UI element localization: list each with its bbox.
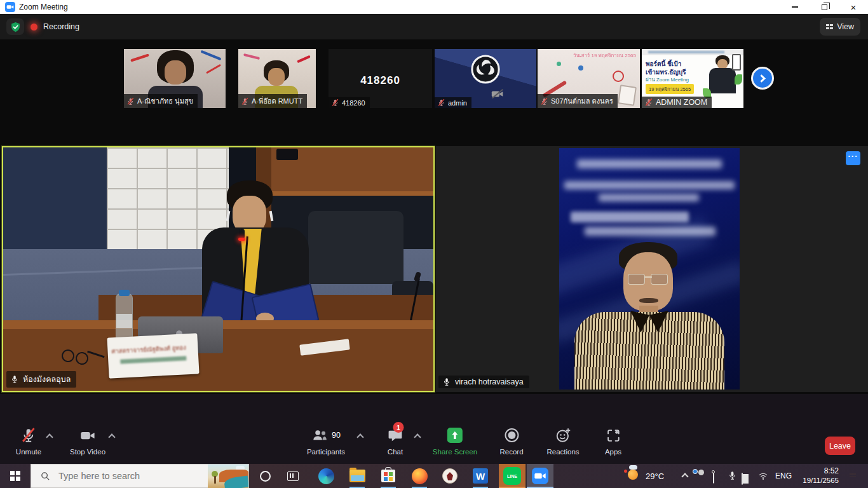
- restore-icon: [822, 4, 827, 10]
- date-label: 19/11/2565: [794, 476, 839, 485]
- minimize-button[interactable]: [780, 0, 810, 14]
- recording-label: Recording: [43, 22, 79, 31]
- chevron-right-icon: [757, 74, 766, 83]
- garuda-app-taskbar-icon[interactable]: [442, 468, 458, 484]
- temperature-label[interactable]: 29°C: [646, 471, 664, 481]
- participants-button[interactable]: 90 Participants: [307, 427, 345, 456]
- video-options-chevron[interactable]: [108, 433, 115, 440]
- mic-red-light: [238, 238, 245, 241]
- recording-dot-icon: [31, 24, 37, 30]
- record-icon: [505, 427, 519, 444]
- reactions-button[interactable]: Reactions: [546, 427, 579, 456]
- task-view-icon: [287, 471, 299, 481]
- video-thumbnail-4[interactable]: admin: [435, 49, 536, 108]
- stop-video-button[interactable]: Stop Video: [70, 427, 105, 456]
- zoom-taskbar-tile[interactable]: [527, 464, 553, 488]
- main-video-left[interactable]: ศาสตราจารย์ณัฐติพงศ์ อูทอง ห้องมังคลอุบล: [2, 146, 435, 392]
- apps-label: Apps: [605, 448, 621, 456]
- chat-button[interactable]: 1 Chat: [388, 427, 403, 456]
- participant-chip: A-ณิชาภัทธ นุ่มสุข: [124, 94, 198, 108]
- close-icon: ×: [851, 3, 857, 12]
- mic-icon: [442, 377, 451, 386]
- participants-options-chevron[interactable]: [356, 433, 363, 440]
- wifi-icon[interactable]: [758, 471, 768, 481]
- time-label: 8:52: [794, 466, 839, 476]
- mic-muted-icon: [644, 98, 653, 107]
- mic-muted-icon: [540, 97, 548, 105]
- view-label: View: [837, 22, 854, 31]
- desk-nameplate: ศาสตราจารย์ณัฐติพงศ์ อูทอง: [107, 333, 199, 378]
- store-taskbar-icon[interactable]: [380, 468, 397, 484]
- line-taskbar-tile[interactable]: LINE: [499, 464, 526, 488]
- windows-logo-icon: [10, 471, 21, 482]
- thumb1-face: [165, 60, 186, 85]
- next-videos-button[interactable]: [751, 67, 774, 90]
- chat-options-chevron[interactable]: [414, 433, 421, 440]
- restore-button[interactable]: [810, 0, 839, 14]
- video-thumbnail-2[interactable]: A-พี่อ๊อด RMUTT: [238, 49, 316, 108]
- share-screen-label: Share Screen: [433, 448, 477, 456]
- firefox-taskbar-icon[interactable]: [411, 468, 428, 484]
- participant-name: admin: [448, 99, 467, 107]
- minimize-icon: [792, 6, 798, 8]
- participant-name: virach hotravaisaya: [455, 377, 524, 386]
- meet-now-icon[interactable]: [713, 472, 714, 484]
- taskbar-search[interactable]: [31, 464, 249, 488]
- stop-video-label: Stop Video: [70, 448, 105, 456]
- audio-options-chevron[interactable]: [46, 433, 53, 440]
- video-thumbnail-6[interactable]: พอร์ตนี้ ชี้เป้า เข้ามทร.ธัญบุรี ผ่าน Zo…: [642, 49, 743, 108]
- mic-muted-icon: [437, 98, 445, 107]
- participants-icon: 90: [311, 427, 341, 444]
- unmute-button[interactable]: Unmute: [16, 427, 41, 456]
- participant-striped-shirt: [574, 312, 724, 390]
- mic-muted-icon: [126, 97, 135, 105]
- mic-muted-icon: [331, 98, 339, 107]
- tray-mic-icon[interactable]: [728, 471, 737, 480]
- bing-daily-image: [208, 464, 248, 488]
- more-options-button[interactable]: ···: [846, 151, 860, 165]
- windows-taskbar: W LINE 29°C ENG 8:52 19/11/2565: [0, 464, 868, 488]
- firefox-icon: [412, 468, 428, 484]
- video-thumbnail-5[interactable]: วันเสาร์ 19 พฤศจิกายน 2565 S07กันต์กมล ด…: [538, 49, 640, 108]
- participant-name: A-ณิชาภัทธ นุ่มสุข: [137, 95, 193, 107]
- meeting-control-bar: Unmute Stop Video 90 Participants 1 Chat: [0, 394, 868, 464]
- tray-overflow-chevron[interactable]: [681, 473, 688, 480]
- word-taskbar-icon[interactable]: W: [472, 468, 489, 484]
- participant-chip: ADMIN ZOOM: [642, 97, 712, 108]
- file-explorer-taskbar-icon[interactable]: [349, 468, 365, 484]
- battery-icon[interactable]: [742, 473, 743, 485]
- start-button[interactable]: [0, 464, 31, 488]
- share-screen-button[interactable]: Share Screen: [433, 427, 477, 456]
- thumb2-face: [268, 68, 285, 86]
- close-button[interactable]: ×: [839, 0, 868, 14]
- chat-badge: 1: [393, 422, 404, 433]
- search-input[interactable]: [58, 471, 192, 481]
- record-button[interactable]: Record: [499, 427, 523, 456]
- edge-icon: [318, 468, 334, 484]
- view-button[interactable]: View: [820, 18, 860, 36]
- cortana-button[interactable]: [257, 468, 273, 484]
- participant-name: ADMIN ZOOM: [656, 98, 707, 107]
- language-indicator[interactable]: ENG: [775, 471, 792, 480]
- participant-name: 418260: [342, 99, 365, 107]
- reactions-label: Reactions: [546, 448, 579, 456]
- leave-button[interactable]: Leave: [825, 437, 855, 455]
- security-button[interactable]: [6, 18, 24, 35]
- shield-check-icon: [10, 22, 21, 32]
- blurred-slide-text: [577, 159, 722, 168]
- participant-chip: A-พี่อ๊อด RMUTT: [238, 94, 307, 108]
- thumb5-slide-text: วันเสาร์ 19 พฤศจิกายน 2565: [538, 51, 636, 60]
- participants-label: Participants: [307, 448, 345, 456]
- clock[interactable]: 8:52 19/11/2565: [794, 466, 839, 485]
- task-view-button[interactable]: [285, 468, 301, 484]
- main-video-right[interactable]: virach hotravaisaya ···: [436, 146, 868, 392]
- mic-icon: [10, 375, 19, 384]
- participant-chip: S07กันต์กมล ดงนคร: [538, 94, 618, 108]
- camera-off-icon: [491, 87, 505, 101]
- edge-taskbar-icon[interactable]: [318, 468, 334, 484]
- search-icon: [40, 471, 51, 482]
- video-thumbnail-3[interactable]: 418260 418260: [329, 49, 432, 108]
- video-thumbnail-1[interactable]: A-ณิชาภัทธ นุ่มสุข: [124, 49, 226, 108]
- thumb6-man-suit: [709, 68, 736, 93]
- apps-button[interactable]: Apps: [605, 427, 621, 456]
